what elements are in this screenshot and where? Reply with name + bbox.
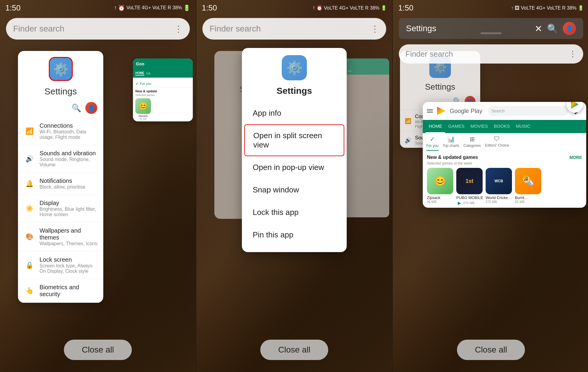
close-all-btn-2[interactable]: Close all <box>260 340 328 360</box>
more-options-icon-2[interactable]: ⋮ <box>371 24 379 34</box>
wifi-icon-3: 📶 <box>405 118 411 124</box>
status-time-3: 1:50 <box>398 3 413 13</box>
status-bar-2: 1:50 ↑ ⏰ VoLTE 4G+ VoLTE R 38% 🔋 <box>196 0 392 16</box>
settings-app-card[interactable]: ⚙️ Settings 🔍 👤 📶 Connections Wi-Fi, Blu… <box>18 51 103 303</box>
display-text: Display Brightness, Blue light filter, H… <box>40 200 97 217</box>
play-search-bar[interactable]: Search <box>488 106 569 116</box>
search-text-2: Finder search <box>210 24 371 34</box>
context-item-app-info[interactable]: App info <box>242 102 347 124</box>
more-btn[interactable]: MORE <box>569 155 582 160</box>
settings-item-biometrics[interactable]: 👆 Biometrics and security <box>18 279 103 303</box>
display-sub: Brightness, Blue light filter, Home scre… <box>40 207 97 217</box>
settings-avatar[interactable]: 👤 <box>85 102 97 114</box>
settings-search-icon[interactable]: 🔍 <box>72 103 81 113</box>
subtab-editors-choice[interactable]: 🛡 Editors' Choice <box>485 135 509 151</box>
for-you-tab-label: For you <box>426 144 439 148</box>
search-text-3: Finder search <box>405 49 569 59</box>
wcb-size: 275 MB <box>486 200 513 204</box>
play-games-row: 😊 Zipsack 91 MB <box>135 98 190 120</box>
wifi-icon: 📶 <box>24 126 35 137</box>
settings-item-notifications[interactable]: 🔔 Notifications Block, allow, prioritise <box>18 173 103 195</box>
games-row: 😊 Zipsack 91 MB 1st PUBG MOBILE ▶ 275 MB… <box>427 168 582 206</box>
games-section: New & updated games MORE Selected games … <box>423 151 586 208</box>
search-bar-2[interactable]: Finder search ⋮ <box>202 18 386 40</box>
pubg-size: 275 MB <box>463 201 475 205</box>
game-item-pubg[interactable]: 1st PUBG MOBILE ▶ 275 MB <box>456 168 483 206</box>
alarm-icon: ⏰ <box>118 4 125 11</box>
context-item-split-screen[interactable]: Open in split screen view <box>244 124 344 156</box>
subtab-for-you[interactable]: ✓ For you <box>426 135 439 151</box>
settings-item-display[interactable]: ☀️ Display Brightness, Blue light filter… <box>18 195 103 222</box>
context-settings-icon: ⚙️ <box>282 55 307 80</box>
settings-search-row: 🔍 👤 <box>18 102 103 118</box>
section-header: New & updated games MORE <box>427 155 582 160</box>
notifications-icon: 🔔 <box>24 178 35 189</box>
signal-icons-3: ↑ 🖼 VoLTE 4G+ VoLTE R 38% 🔋 <box>511 5 584 11</box>
lockscreen-title: Lock screen <box>40 256 97 263</box>
nav-tab-movies[interactable]: MOVIES <box>467 120 491 133</box>
context-item-lock[interactable]: Lock this app <box>242 201 347 224</box>
top-charts-icon: 📊 <box>447 135 455 143</box>
wcb-thumb: WCB <box>486 168 512 194</box>
game-item-burrito[interactable]: 🌯 Burrit... 65 MB <box>515 168 542 206</box>
settings-item-connections[interactable]: 📶 Connections Wi-Fi, Bluetooth, Data usa… <box>18 118 103 145</box>
goo-text: Goo <box>136 61 144 66</box>
display-icon: ☀️ <box>24 203 35 214</box>
pubg-thumb: 1st <box>456 168 483 194</box>
lockscreen-sub: Screen lock type, Always On Display, Clo… <box>40 263 97 274</box>
play-card-header-3: Google Play Search 🎤 <box>423 102 586 120</box>
game-item-zipsack-bg: 😊 Zipsack 91 MB <box>135 98 151 120</box>
settings-item-lockscreen[interactable]: 🔒 Lock screen Screen lock type, Always O… <box>18 251 103 279</box>
close-icon-3[interactable]: ✕ <box>535 23 542 34</box>
nav-tab-books[interactable]: BOOKS <box>491 120 513 133</box>
panel-3: 1:50 ↑ 🖼 VoLTE 4G+ VoLTE R 38% 🔋 Setting… <box>393 0 588 372</box>
settings-item-sounds[interactable]: 🔊 Sounds and vibration Sound mode, Ringt… <box>18 145 103 173</box>
nav-tab-games[interactable]: GAMES <box>445 120 467 133</box>
zipsack-name-bg: Zipsack <box>135 115 151 118</box>
play-triangle-floating <box>569 102 580 110</box>
signal-icons-2: ⏰ VoLTE 4G+ VoLTE R 38% 🔋 <box>316 5 387 11</box>
search-bar-3[interactable]: Finder search ⋮ <box>399 44 583 64</box>
pubg-play-icon: ▶ <box>456 200 462 206</box>
status-icons-3: ↑ 🖼 VoLTE 4G+ VoLTE R 38% 🔋 <box>511 5 584 11</box>
settings-app-icon: ⚙️ <box>49 57 73 81</box>
editors-choice-tab-label: Editors' Choice <box>485 143 509 147</box>
nav-tab-music[interactable]: MUSIC <box>513 120 533 133</box>
context-item-pin[interactable]: Pin this app <box>242 224 347 246</box>
game-item-zipsack[interactable]: 😊 Zipsack 91 MB <box>427 168 454 206</box>
status-bar-1: 1:50 ↑ ⏰ VoLTE 4G+ VoLTE R 38% 🔋 <box>0 0 196 16</box>
context-icon-wrap: ⚙️ <box>242 48 347 83</box>
hamburger-icon[interactable] <box>427 109 433 113</box>
wallpaper-icon: 🎨 <box>24 231 35 242</box>
google-play-card: Google Play Search 🎤 HOME GAMES MOVIES B… <box>423 102 586 208</box>
close-all-btn-3[interactable]: Close all <box>457 340 525 360</box>
search-icon-3[interactable]: 🔍 <box>547 23 558 34</box>
upload-icon: ↑ <box>114 4 117 11</box>
new-updated-title: New & update <box>135 89 190 93</box>
burrito-size: 65 MB <box>515 200 542 204</box>
top-charts-tab-label: Top charts <box>443 144 459 148</box>
avatar-3[interactable]: 👤 <box>563 22 576 35</box>
more-options-icon-1[interactable]: ⋮ <box>174 24 183 34</box>
panel-2: 1:50 ↑ ⏰ VoLTE 4G+ VoLTE R 38% 🔋 Finder … <box>196 0 392 372</box>
nav-tab-home[interactable]: HOME <box>426 120 445 133</box>
search-bar-1[interactable]: Finder search ⋮ <box>6 18 190 40</box>
subtab-top-charts[interactable]: 📊 Top charts <box>443 135 459 151</box>
sounds-title: Sounds and vibration <box>40 150 97 157</box>
context-item-popup[interactable]: Open in pop-up view <box>242 156 347 179</box>
zipsack-thumb: 😊 <box>427 168 453 194</box>
connections-title: Connections <box>40 122 97 129</box>
upload-icon-2: ↑ <box>313 4 316 11</box>
more-options-icon-3[interactable]: ⋮ <box>569 49 577 59</box>
lockscreen-icon: 🔒 <box>24 260 35 271</box>
categories-icon: ⊞ <box>470 135 475 143</box>
wcb-name: World Cricket Battle <box>486 195 513 200</box>
context-item-snap[interactable]: Snap window <box>242 179 347 201</box>
close-all-btn-1[interactable]: Close all <box>64 340 132 360</box>
zipsack-size-bg: 91 MB <box>135 118 151 120</box>
settings-item-wallpaper[interactable]: 🎨 Wallpapers and themes Wallpapers, Them… <box>18 222 103 251</box>
subtab-categories[interactable]: ⊞ Categories <box>463 135 481 151</box>
sounds-icon-3: 🔊 <box>405 137 411 144</box>
for-you-icon: ✓ <box>430 135 435 143</box>
game-item-wcb[interactable]: WCB World Cricket Battle 275 MB <box>486 168 513 206</box>
